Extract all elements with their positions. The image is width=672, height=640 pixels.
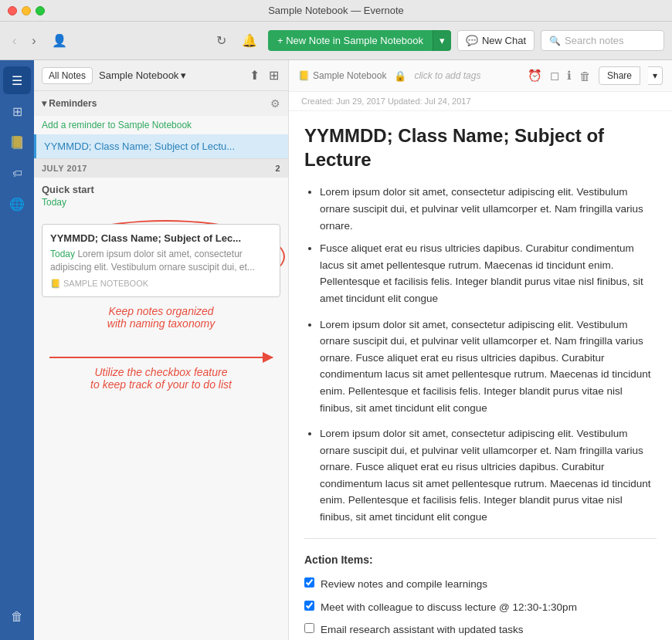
note-toolbar-icons: ⏰ ◻ ℹ 🗑 Share ▾	[528, 66, 663, 85]
fullscreen-button[interactable]	[36, 6, 45, 15]
sidebar-item-web[interactable]: 🌐	[3, 190, 31, 218]
sidebar-item-notebooks[interactable]: 📒	[3, 128, 31, 156]
lock-icon: 🔒	[394, 70, 406, 82]
checkbox-2[interactable]	[304, 601, 314, 611]
forward-button[interactable]: ›	[27, 31, 40, 51]
icon-sidebar: ☰ ⊞ 📒 🏷 🌐 🗑	[0, 60, 34, 640]
new-note-dropdown-button[interactable]: ▾	[433, 30, 451, 51]
context-icon[interactable]: ◻	[550, 69, 559, 83]
reminders-title: ▾ Reminders	[42, 98, 97, 109]
note-body: Lorem ipsum dolor sit amet, consectetur …	[304, 184, 657, 640]
all-notes-button[interactable]: All Notes	[42, 67, 93, 84]
sidebar-item-trash[interactable]: 🗑	[3, 606, 31, 634]
notes-section-header: JULY 2017 2	[34, 159, 288, 178]
note-title: YYMMDD; Class Name; Subject of Lecture	[304, 124, 657, 171]
share-dropdown-button[interactable]: ▾	[648, 66, 663, 85]
back-button[interactable]: ‹	[8, 31, 21, 51]
grid-view-button[interactable]: ⊞	[267, 66, 280, 84]
notebook-icon: 📒	[50, 279, 61, 289]
notebook-selector[interactable]: Sample Notebook ▾	[99, 69, 186, 81]
note-bullet-3: Lorem ipsum dolor sit amet, consectetur …	[320, 317, 657, 417]
share-panel-button[interactable]: ⬆	[248, 66, 261, 84]
note-notebook-name: Sample Notebook	[313, 70, 386, 81]
quick-start-label: Quick start	[34, 178, 288, 197]
info-icon[interactable]: ℹ	[567, 69, 572, 83]
checkbox-label-2: Meet with colleague to discuss lecture @…	[321, 599, 577, 616]
note-card[interactable]: YYMMDD; Class Name; Subject of Lec... To…	[42, 224, 280, 297]
annotation-text-1: Keep notes organized with naming taxonom…	[42, 305, 280, 330]
section-count-label: 2	[275, 164, 280, 173]
title-bar: Sample Notebook — Evernote	[0, 0, 672, 22]
note-bullet-list-2: Lorem ipsum dolor sit amet, consectetur …	[304, 317, 657, 417]
note-card-title: YYMMDD; Class Name; Subject of Lec...	[50, 232, 272, 244]
note-content[interactable]: YYMMDD; Class Name; Subject of Lecture L…	[289, 111, 672, 640]
checkbox-3[interactable]	[304, 623, 314, 633]
notebook-icon-sm: 📒	[298, 70, 310, 81]
tags-add-button[interactable]: click to add tags	[414, 70, 480, 81]
gear-icon[interactable]: ⚙	[270, 97, 280, 110]
note-bullet-list-3: Lorem ipsum dolor sit amet, consectetur …	[304, 425, 657, 526]
annotation-line1: Keep notes organized	[108, 305, 213, 317]
search-icon: 🔍	[549, 36, 561, 46]
note-notebook-selector[interactable]: 📒 Sample Notebook	[298, 70, 386, 81]
note-divider	[304, 538, 657, 539]
chat-icon: 💬	[466, 35, 478, 46]
reminders-header: ▾ Reminders ⚙	[34, 91, 288, 116]
new-chat-button[interactable]: 💬 New Chat	[457, 30, 535, 51]
annotation-text-2: Utilize the checkbox feature to keep tra…	[34, 366, 288, 391]
main-layout: ☰ ⊞ 📒 🏷 🌐 🗑 All Notes Sample Notebook ▾ …	[0, 60, 672, 640]
new-note-button[interactable]: + New Note in Sample Notebook	[268, 30, 433, 51]
checkbox-item-2: Meet with colleague to discuss lecture @…	[304, 599, 657, 616]
search-placeholder: Search notes	[565, 35, 624, 46]
checkbox-item-1: Review notes and compile learnings	[304, 576, 657, 593]
note-toolbar: 📒 Sample Notebook 🔒 click to add tags ⏰ …	[289, 60, 672, 92]
panel-icons: ⬆ ⊞	[248, 66, 280, 84]
notebook-name-label: Sample Notebook	[99, 69, 178, 81]
annotation-area: YYMMDD; Class Name; Subject of Lec... To…	[34, 212, 288, 341]
note-bullet-4: Lorem ipsum dolor sit amet, consectetur …	[320, 425, 657, 526]
minimize-button[interactable]	[22, 6, 31, 15]
search-box[interactable]: 🔍 Search notes	[541, 30, 664, 51]
close-button[interactable]	[8, 6, 17, 15]
checkbox-label-3: Email research assistant with updated ta…	[321, 621, 524, 638]
main-toolbar: ‹ › 👤 ↻ 🔔 + New Note in Sample Notebook …	[0, 22, 672, 60]
sidebar-item-grid[interactable]: ⊞	[3, 97, 31, 125]
annotation-line2: with naming taxonomy	[107, 317, 215, 330]
note-notebook-text: SAMPLE NOTEBOOK	[63, 279, 148, 288]
account-button[interactable]: 👤	[47, 30, 72, 51]
note-bullet-list: Lorem ipsum dolor sit amet, consectetur …	[304, 184, 657, 306]
checkbox-1[interactable]	[304, 577, 314, 588]
toolbar-center: + New Note in Sample Notebook ▾ 💬 New Ch…	[268, 30, 664, 51]
today-label[interactable]: Today	[34, 197, 288, 212]
note-date-label: Today	[50, 249, 75, 259]
share-button[interactable]: Share	[599, 66, 640, 85]
note-preview-text: Lorem ipsum dolor sit amet, consectetur …	[50, 249, 255, 273]
notes-list-section: JULY 2017 2 Quick start Today YYMMDD; Cl…	[34, 159, 288, 640]
bell-button[interactable]: 🔔	[237, 30, 262, 51]
arrow-area	[34, 341, 288, 362]
sync-button[interactable]: ↻	[212, 30, 231, 51]
note-bullet-1: Lorem ipsum dolor sit amet, consectetur …	[320, 184, 657, 234]
add-reminder-button[interactable]: Add a reminder to Sample Notebook	[34, 116, 288, 134]
note-editor: 📒 Sample Notebook 🔒 click to add tags ⏰ …	[289, 60, 672, 640]
note-dates: Created: Jun 29, 2017 Updated: Jul 24, 2…	[289, 92, 672, 111]
annotation-line4: to keep track of your to do list	[90, 378, 232, 391]
reminder-note-item[interactable]: YYMMDD; Class Name; Subject of Lectu...	[34, 134, 288, 158]
notes-panel-header: All Notes Sample Notebook ▾ ⬆ ⊞	[34, 60, 288, 91]
new-chat-label: New Chat	[482, 35, 526, 46]
alarm-icon[interactable]: ⏰	[528, 69, 542, 83]
annotation-arrow	[49, 357, 273, 358]
chevron-down-icon: ▾	[181, 69, 186, 81]
action-items-title: Action Items:	[304, 551, 657, 568]
sidebar-item-notes[interactable]: ☰	[3, 66, 31, 94]
reminders-section: ▾ Reminders ⚙ Add a reminder to Sample N…	[34, 91, 288, 159]
annotation-line3: Utilize the checkbox feature	[95, 366, 228, 378]
checkbox-label-1: Review notes and compile learnings	[321, 576, 487, 593]
new-note-group: + New Note in Sample Notebook ▾	[268, 30, 451, 51]
sidebar-item-tags[interactable]: 🏷	[3, 159, 31, 187]
window-title: Sample Notebook — Evernote	[268, 5, 404, 16]
checkbox-item-3: Email research assistant with updated ta…	[304, 621, 657, 638]
notes-panel: All Notes Sample Notebook ▾ ⬆ ⊞ ▾ Remind…	[34, 60, 289, 640]
traffic-lights	[8, 6, 45, 15]
delete-icon[interactable]: 🗑	[579, 69, 591, 83]
